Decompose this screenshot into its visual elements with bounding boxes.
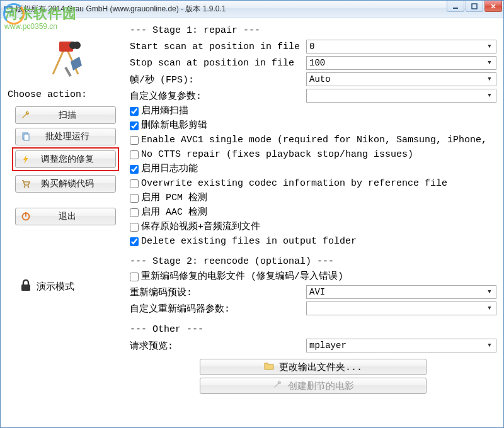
stage1-checkbox-0[interactable]	[130, 107, 139, 116]
lock-icon	[20, 279, 32, 294]
svg-rect-9	[24, 134, 29, 140]
preview-label: 请求预览:	[130, 340, 306, 352]
buy-unlock-button[interactable]: 购买解锁代码	[15, 175, 116, 193]
svg-rect-2	[453, 8, 458, 9]
start-scan-dropdown[interactable]: 0 ▼	[306, 40, 496, 54]
custom-repair-dropdown[interactable]: ▼	[306, 89, 496, 103]
stage1-check-label: 启用日志功能	[141, 163, 198, 176]
close-button[interactable]	[484, 1, 502, 12]
demo-mode-row: 演示模式	[20, 279, 74, 294]
stage1-check-row: Enable AVC1 single mode (required for Ni…	[130, 134, 496, 147]
stage1-check-label: Enable AVC1 single mode (required for Ni…	[141, 134, 487, 147]
stage1-check-row: Overwrite existing codec information by …	[130, 177, 496, 190]
reencode-checkbox[interactable]	[130, 273, 139, 281]
stage1-check-label: 保存原始视频+音频流到文件	[141, 221, 260, 234]
svg-rect-7	[64, 67, 71, 77]
stage1-check-row: 保存原始视频+音频流到文件	[130, 221, 496, 234]
custom-encoder-dropdown[interactable]: ▼	[306, 301, 496, 315]
svg-rect-13	[25, 212, 26, 217]
scan-button[interactable]: 扫描	[15, 106, 116, 124]
chevron-down-icon: ▼	[484, 58, 495, 68]
svg-rect-1	[5, 8, 11, 11]
stage1-checkbox-8[interactable]	[130, 223, 139, 232]
power-icon	[21, 211, 31, 222]
exit-button[interactable]: 退出	[15, 208, 116, 225]
stage1-check-label: 启用 PCM 检测	[141, 192, 207, 205]
svg-rect-14	[21, 284, 30, 291]
chevron-down-icon: ▼	[484, 91, 495, 101]
chevron-down-icon: ▼	[484, 341, 495, 351]
highlight-box: 调整您的修复	[12, 147, 119, 171]
choose-action-label: Choose action:	[8, 89, 87, 100]
stage1-check-row: 删除新电影剪辑	[130, 120, 496, 132]
stage1-title: --- Stage 1: repair ---	[130, 25, 496, 36]
demo-mode-label: 演示模式	[37, 281, 74, 293]
stage1-check-row: 启用 AAC 检测	[130, 206, 496, 219]
start-scan-label: Start scan at position in file	[130, 42, 306, 52]
stage1-check-row: No CTTS repair (fixes playback stop/hang…	[130, 149, 496, 161]
chevron-down-icon: ▼	[484, 74, 495, 84]
stop-scan-label: Stop scan at position in file	[130, 58, 306, 69]
stage1-check-row: 启用日志功能	[130, 163, 496, 176]
stage1-checkbox-5[interactable]	[130, 179, 139, 188]
stage1-check-label: 启用熵扫描	[141, 105, 188, 118]
fps-label: 帧/秒 (FPS):	[130, 74, 306, 86]
svg-point-11	[28, 186, 30, 188]
stage1-check-row: 启用熵扫描	[130, 105, 496, 118]
stage1-checkbox-1[interactable]	[130, 121, 139, 130]
other-title: --- Other ---	[130, 324, 496, 335]
lightning-icon	[21, 154, 31, 164]
reencode-label: 重新编码修复的电影文件 (修复编码/导入错误)	[141, 271, 343, 283]
chevron-down-icon: ▼	[484, 303, 495, 313]
stage1-check-label: No CTTS repair (fixes playback stop/hang…	[141, 149, 413, 161]
stage1-check-label: 删除新电影剪辑	[141, 120, 207, 132]
fps-dropdown[interactable]: Auto ▼	[306, 72, 496, 86]
change-output-folder-button[interactable]: 更改输出文件夹...	[200, 359, 427, 375]
svg-point-10	[24, 186, 26, 188]
folder-icon	[264, 361, 274, 373]
create-cut-movie-button[interactable]: 创建删节的电影	[200, 378, 427, 394]
svg-rect-3	[472, 4, 477, 9]
chevron-down-icon: ▼	[484, 42, 495, 52]
custom-repair-label: 自定义修复参数:	[130, 90, 306, 102]
batch-button[interactable]: 批处理运行	[15, 128, 116, 145]
stage1-check-label: 启用 AAC 检测	[141, 206, 207, 219]
stage1-checkbox-6[interactable]	[130, 194, 139, 203]
cart-icon	[21, 179, 31, 189]
minimize-button[interactable]	[447, 1, 464, 12]
stop-scan-dropdown[interactable]: 100 ▼	[306, 56, 496, 70]
preset-label: 重新编码预设:	[130, 286, 306, 298]
preview-dropdown[interactable]: mplayer ▼	[306, 339, 496, 352]
stage1-checkbox-7[interactable]	[130, 208, 139, 217]
stage1-checkbox-3[interactable]	[130, 150, 139, 159]
app-icon	[3, 4, 13, 14]
stage1-checkbox-2[interactable]	[130, 136, 139, 145]
titlebar: 版权所有 2014 Grau GmbH (www.grauonline.de) …	[1, 1, 503, 18]
stage1-check-row: Delete existing files in output folder	[130, 235, 496, 248]
custom-encoder-label: 自定义重新编码器参数:	[130, 303, 306, 315]
window-title: 版权所有 2014 Grau GmbH (www.grauonline.de) …	[16, 4, 501, 14]
adjust-repair-button[interactable]: 调整您的修复	[15, 150, 116, 168]
settings-panel: --- Stage 1: repair --- Start scan at po…	[130, 23, 496, 423]
maximize-button[interactable]	[466, 1, 483, 12]
preset-dropdown[interactable]: AVI ▼	[306, 285, 496, 299]
documents-icon	[21, 132, 31, 142]
stage1-checkbox-4[interactable]	[130, 165, 139, 174]
app-logo	[47, 37, 84, 81]
stage1-check-label: Overwrite existing codec information by …	[141, 177, 447, 190]
stage2-title: --- Stage 2: reencode (optional) ---	[130, 256, 496, 267]
wrench-icon	[21, 110, 31, 120]
stage1-check-label: Delete existing files in output folder	[141, 235, 357, 248]
stage1-check-row: 启用 PCM 检测	[130, 192, 496, 205]
svg-point-6	[73, 42, 81, 49]
sidebar: Choose action: 扫描 批处理运行 调整您的修复	[1, 19, 127, 427]
stage1-checkbox-9[interactable]	[130, 237, 139, 246]
chevron-down-icon: ▼	[484, 287, 495, 297]
wrench-icon	[273, 380, 283, 393]
